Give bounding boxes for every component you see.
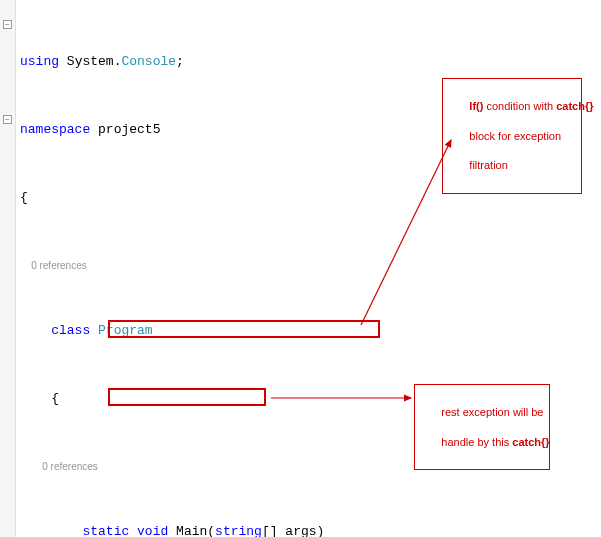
namespace-name: project5: [98, 122, 160, 137]
kw-void: void: [137, 524, 168, 537]
code-content[interactable]: using System.Console; namespace project5…: [16, 0, 601, 537]
kw-static: static: [82, 524, 129, 537]
kw-namespace: namespace: [20, 122, 90, 137]
kw-using: using: [20, 54, 59, 69]
fold-toggle[interactable]: [3, 20, 12, 29]
ns-part: Console: [121, 54, 176, 69]
fold-gutter: [0, 0, 16, 537]
svg-line-0: [361, 140, 451, 325]
code-editor: using System.Console; namespace project5…: [0, 0, 601, 537]
kw-string: string: [215, 524, 262, 537]
class-name: Program: [98, 323, 153, 338]
param: args: [285, 524, 316, 537]
annotation-rest-catch: rest exception will be handle by this ca…: [414, 384, 550, 470]
fold-toggle[interactable]: [3, 115, 12, 124]
method-name: Main: [176, 524, 207, 537]
ns-part: System: [67, 54, 114, 69]
kw-class: class: [51, 323, 90, 338]
code-lens-references[interactable]: 0 references: [20, 257, 601, 271]
annotation-if-catch: If() condition with catch{} block for ex…: [442, 78, 582, 194]
